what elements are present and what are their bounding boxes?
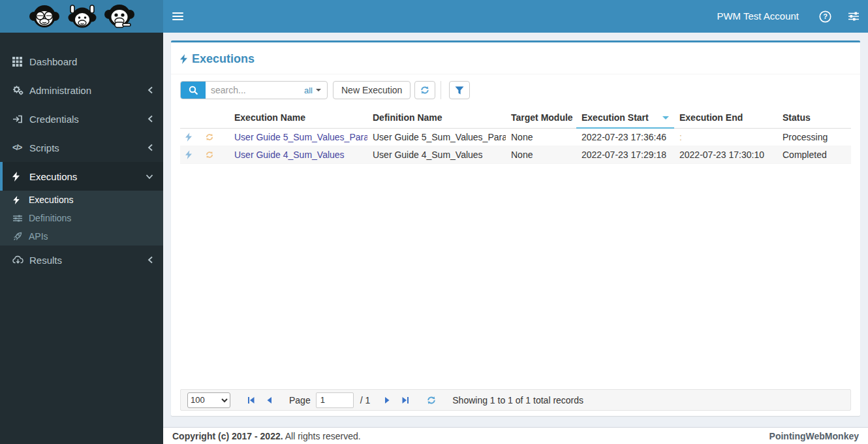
sidebar-item-dashboard[interactable]: Dashboard: [0, 47, 163, 76]
sort-desc-icon: [662, 116, 669, 119]
equalizer-icon: [13, 214, 29, 223]
app-logo[interactable]: [0, 0, 163, 33]
chevron-left-icon: [147, 86, 153, 94]
col-run-icon: [180, 108, 200, 128]
copyright-text: Copyright (c) 2017 - 2022.: [172, 431, 283, 441]
sidebar-item-label: Credentials: [29, 114, 147, 125]
sign-in-icon: [12, 114, 29, 124]
panel-header: Executions: [171, 42, 860, 74]
footer: Copyright (c) 2017 - 2022. All rights re…: [163, 427, 868, 444]
footer-brand: PointingWebMonkey: [769, 431, 859, 441]
bolt-icon: [180, 54, 187, 64]
next-page-icon: [382, 396, 392, 405]
last-page-icon: [401, 396, 410, 405]
col-execution-end[interactable]: Execution End: [674, 108, 777, 128]
definition-name-cell: User Guide 5_Sum_Values_Param: [367, 128, 506, 146]
first-page-button[interactable]: [243, 392, 259, 408]
rights-text: All rights reserved.: [285, 431, 361, 441]
sidebar-item-executions[interactable]: Executions: [0, 162, 163, 191]
sidebar-toggle-button[interactable]: [163, 0, 193, 33]
page-size-select[interactable]: 100: [187, 392, 230, 408]
new-execution-button[interactable]: New Execution: [333, 81, 411, 99]
monkeys-logo-icon: [25, 3, 139, 30]
submenu-item-label: Executions: [29, 195, 73, 205]
execution-end-cell: :: [674, 128, 777, 146]
col-definition-name[interactable]: Definition Name: [367, 108, 506, 128]
table-header-row: Execution Name Definition Name Target Mo…: [180, 108, 851, 128]
filter-button[interactable]: [449, 81, 470, 99]
refresh-icon: [420, 85, 430, 95]
refresh-button[interactable]: [414, 81, 435, 99]
bolt-icon: [12, 172, 29, 182]
sidebar-item-results[interactable]: Results: [0, 246, 163, 274]
rerun-action-cell[interactable]: [200, 128, 229, 146]
records-summary: Showing 1 to 1 of 1 total records: [452, 395, 583, 405]
chevron-down-icon: [146, 174, 153, 180]
grid-icon: [12, 57, 29, 67]
refresh-icon: [426, 395, 437, 405]
target-module-cell: None: [506, 146, 576, 164]
sidebar-item-label: Executions: [29, 171, 146, 182]
run-action-cell[interactable]: [180, 146, 200, 164]
code-icon: </>: [12, 143, 29, 152]
search-scope-dropdown[interactable]: all: [298, 86, 327, 95]
prev-page-button[interactable]: [262, 392, 277, 408]
submenu-item-definitions[interactable]: Definitions: [0, 209, 163, 227]
sidebar-item-credentials[interactable]: Credentials: [0, 104, 163, 133]
rerun-action-cell[interactable]: [200, 146, 229, 164]
bolt-icon: [185, 150, 194, 159]
search-icon: [189, 86, 198, 95]
col-status[interactable]: Status: [777, 108, 851, 128]
run-action-cell[interactable]: [180, 128, 200, 146]
svg-text:?: ?: [823, 12, 828, 20]
chevron-left-icon: [147, 144, 153, 151]
settings-button[interactable]: [839, 0, 868, 33]
col-execution-name[interactable]: Execution Name: [229, 108, 367, 128]
executions-table-wrap: Execution Name Definition Name Target Mo…: [171, 99, 860, 164]
first-page-icon: [247, 396, 256, 405]
execution-start-cell: 2022-07-23 17:36:46: [576, 128, 674, 146]
chevron-left-icon: [147, 115, 153, 123]
search-button[interactable]: [181, 81, 206, 99]
sidebar-item-label: Dashboard: [29, 56, 153, 67]
prev-page-icon: [265, 396, 274, 405]
execution-end-cell: 2022-07-23 17:30:10: [674, 146, 777, 164]
cloud-download-icon: [12, 255, 29, 264]
sidebar-item-scripts[interactable]: </> Scripts: [0, 133, 163, 162]
last-page-button[interactable]: [397, 392, 413, 408]
page-label: Page: [289, 395, 311, 405]
question-circle-icon: ?: [819, 10, 831, 23]
execution-name-link[interactable]: User Guide 5_Sum_Values_Param: [234, 132, 367, 142]
toolbar-divider: [441, 81, 441, 99]
col-execution-start[interactable]: Execution Start: [576, 108, 674, 128]
executions-panel: Executions all New Execution: [171, 40, 860, 416]
execution-name-link[interactable]: User Guide 4_Sum_Values: [234, 150, 345, 160]
bolt-icon: [185, 133, 194, 142]
execution-start-cell: 2022-07-23 17:29:18: [576, 146, 674, 164]
help-button[interactable]: ?: [811, 0, 839, 33]
top-navbar: PWM Test Account ?: [163, 0, 868, 33]
sliders-icon: [848, 10, 860, 22]
account-menu[interactable]: PWM Test Account: [705, 0, 811, 33]
pagination-bar: 100 Page / 1: [180, 389, 851, 411]
submenu-item-apis[interactable]: APIs: [0, 227, 163, 246]
sidebar-item-label: Scripts: [29, 142, 147, 153]
rerun-icon: [205, 133, 224, 142]
search-input[interactable]: [206, 82, 298, 99]
table-row: User Guide 4_Sum_Values User Guide 4_Sum…: [180, 146, 851, 164]
target-module-cell: None: [506, 128, 576, 146]
sidebar-item-label: Administration: [29, 85, 147, 96]
executions-submenu: Executions Definitions: [0, 191, 163, 246]
cogs-icon: [12, 85, 29, 95]
search-group: all: [180, 81, 328, 99]
table-row: User Guide 5_Sum_Values_Param User Guide…: [180, 128, 851, 146]
col-target-module[interactable]: Target Module: [506, 108, 576, 128]
pagination-refresh-button[interactable]: [424, 392, 439, 408]
caret-down-icon: [316, 89, 321, 91]
sidebar-item-administration[interactable]: Administration: [0, 76, 163, 104]
sidebar-item-label: Results: [29, 255, 147, 266]
page-number-input[interactable]: [316, 392, 354, 408]
submenu-item-executions[interactable]: Executions: [0, 191, 163, 209]
next-page-button[interactable]: [379, 392, 395, 408]
definition-name-cell: User Guide 4_Sum_Values: [367, 146, 506, 164]
